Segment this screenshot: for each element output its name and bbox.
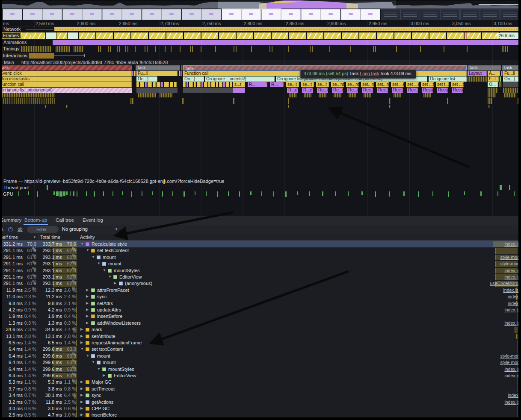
source-link[interactable]: index.js [504, 320, 518, 326]
flame-bar[interactable] [230, 82, 232, 87]
table-row[interactable]: 291.1 ms61.6 %293.1 ms62.0 %▼EditorViewi… [2, 274, 518, 280]
flame-bar[interactable]: R... [270, 82, 284, 87]
flame-bar[interactable] [223, 82, 225, 87]
table-row[interactable]: 13.1 ms2.8 %13.1 ms2.8 %▶setAttribute [2, 333, 518, 340]
screenshot-thumbnail[interactable] [3, 9, 22, 20]
frame-cell[interactable] [149, 32, 166, 39]
flame-bar[interactable]: Re...e [317, 88, 328, 93]
screenshot-thumbnail[interactable] [201, 9, 221, 20]
flame-bar[interactable]: Task [2, 65, 132, 70]
screenshot-thumbnail[interactable] [361, 9, 380, 20]
flame-bar[interactable] [138, 93, 156, 97]
flame-bar[interactable] [447, 98, 448, 104]
flame-bar[interactable] [319, 93, 326, 97]
source-link[interactable]: index.js [504, 399, 518, 405]
track-thread-pool[interactable]: Thread pool [2, 185, 518, 191]
flame-bar[interactable]: Rec...le [377, 88, 388, 93]
header-self-time[interactable]: Self time [2, 235, 18, 240]
flame-bar[interactable]: O... [488, 82, 498, 87]
flame-bar[interactable] [488, 105, 490, 108]
flame-bar[interactable] [183, 88, 233, 93]
timing-tick[interactable] [396, 46, 397, 52]
activity-label[interactable]: mount [103, 255, 116, 260]
source-link[interactable]: style-mod [500, 255, 518, 260]
source-link[interactable]: index.js [504, 268, 518, 273]
flame-bar[interactable]: se...t [286, 82, 299, 87]
flame-bar[interactable] [2, 98, 55, 104]
expand-icon[interactable]: ▶ [80, 400, 83, 404]
activity-label[interactable]: insertBefore [97, 314, 122, 319]
collapse-icon[interactable]: ▼ [92, 255, 95, 259]
timing-tick[interactable] [236, 46, 237, 52]
screenshot-thumbnail[interactable] [341, 9, 361, 20]
flame-bar[interactable] [504, 93, 516, 97]
flame-bar[interactable] [201, 82, 203, 87]
flame-bar[interactable] [233, 88, 245, 93]
collapse-icon[interactable]: ▼ [92, 360, 95, 364]
flame-bar[interactable]: set...nt [376, 82, 389, 87]
collapse-icon[interactable]: ▼ [103, 268, 106, 272]
grouping-dropdown-arrow[interactable]: ▼ [115, 227, 118, 231]
source-link[interactable]: style-mod [500, 360, 518, 365]
frame-cell[interactable] [166, 32, 183, 39]
column-divider[interactable] [78, 234, 78, 241]
track-network[interactable]: Network [2, 26, 518, 32]
activity-label[interactable]: mount [97, 353, 110, 358]
flame-bar[interactable]: Task [468, 65, 501, 70]
timing-tick[interactable] [375, 46, 376, 52]
flame-bar[interactable]: se...t [316, 82, 329, 87]
flame-bar[interactable] [181, 71, 182, 76]
frame-cell[interactable] [272, 32, 288, 39]
timing-tick[interactable] [125, 46, 126, 52]
activity-label[interactable]: set textContent [92, 347, 123, 352]
flame-bar[interactable]: Fu...ll [503, 71, 518, 76]
cpu-overview-strip[interactable] [2, 0, 518, 9]
screenshot-thumbnail[interactable] [182, 9, 201, 20]
activity-label[interactable]: mount [108, 261, 121, 266]
timing-tick[interactable] [171, 46, 172, 52]
activity-label[interactable]: setTimeout [92, 386, 115, 391]
flame-bar[interactable] [183, 82, 186, 87]
timing-tick[interactable] [312, 46, 313, 52]
collapse-icon[interactable]: ▼ [97, 261, 101, 265]
table-row[interactable]: 331.2 ms70.0 %333.7 ms70.6 %▼Recalculate… [2, 241, 518, 247]
flame-bar[interactable]: F...l [488, 76, 499, 82]
flame-bar[interactable]: Task [502, 65, 518, 70]
activity-label[interactable]: EditorView [114, 373, 136, 378]
table-row[interactable]: 4.2 ms0.9 %4.2 ms0.9 %▶updateAttrsindex.… [2, 307, 518, 313]
flame-bar[interactable]: Reca...tyle [437, 88, 448, 93]
flame-bar[interactable] [153, 82, 156, 87]
screenshot-thumbnail[interactable] [82, 9, 102, 20]
flame-bar[interactable] [501, 71, 503, 76]
table-row[interactable]: 1.3 ms0.3 %1.3 ms0.3 %▶addWindowListener… [2, 320, 518, 326]
flame-bar[interactable]: On...) [136, 76, 157, 82]
activity-label[interactable]: attrsFromFacet [97, 288, 129, 293]
activity-label[interactable]: Recalculate style [92, 241, 127, 247]
track-animations[interactable]: Animations [2, 40, 518, 45]
timing-tick[interactable] [110, 46, 111, 52]
timing-tick[interactable] [127, 46, 128, 52]
tab-call-tree[interactable]: Call tree [54, 216, 76, 225]
table-row[interactable]: 291.1 ms61.6 %293.1 ms62.0 %▼mountstyle-… [2, 254, 518, 261]
flame-bar[interactable] [518, 98, 518, 104]
screenshot-thumbnail[interactable] [102, 9, 122, 20]
flame-bar[interactable]: Layout [468, 71, 487, 76]
timing-tick[interactable] [165, 46, 166, 52]
flame-bar[interactable] [182, 98, 184, 104]
timing-tick[interactable] [503, 46, 504, 52]
frame-cell[interactable] [447, 32, 464, 39]
flame-bar[interactable] [334, 93, 341, 97]
activity-label[interactable]: mount [103, 360, 116, 365]
collapse-icon[interactable]: ▼ [86, 248, 89, 252]
activity-label[interactable]: (anonymous) [125, 281, 152, 286]
flame-bar[interactable] [136, 82, 139, 87]
activity-label[interactable]: sync [92, 393, 101, 398]
flame-bar[interactable] [488, 98, 492, 104]
flame-bar[interactable] [45, 105, 46, 108]
dropped-frame-marker[interactable] [466, 32, 467, 39]
source-link[interactable]: index.js [504, 367, 518, 372]
screenshot-thumbnail[interactable] [440, 9, 460, 20]
timing-tick[interactable] [350, 46, 351, 52]
source-link[interactable]: style-mod [500, 261, 518, 266]
screenshot-thumbnail[interactable] [400, 9, 420, 20]
